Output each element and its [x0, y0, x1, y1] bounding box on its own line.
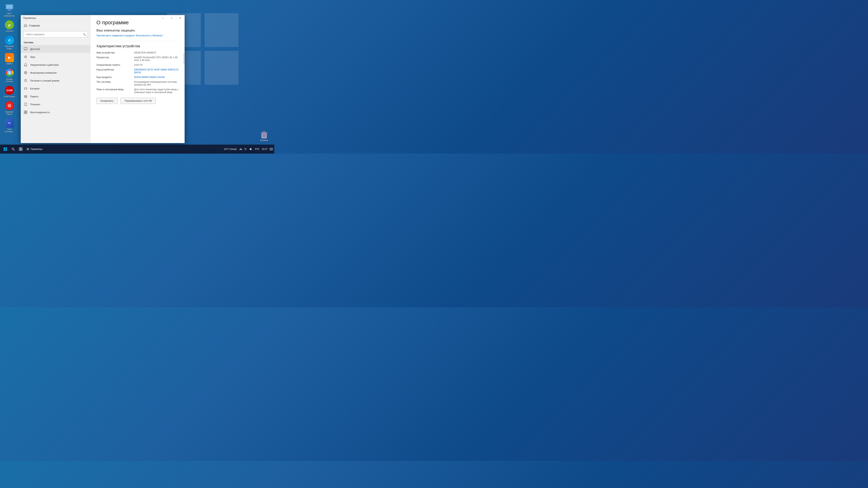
network-icon[interactable]	[239, 148, 242, 151]
taskbar-gear-icon	[26, 148, 29, 151]
svg-rect-45	[5, 149, 7, 151]
power-icon	[24, 79, 28, 83]
svg-rect-38	[24, 111, 25, 112]
svg-rect-1	[205, 13, 239, 47]
spec-key: Имя устройства	[96, 51, 134, 54]
taskbar-search-icon	[11, 148, 15, 151]
svg-point-12	[9, 72, 10, 74]
recycle-bin-label: Корзина	[260, 139, 268, 141]
taskbar-settings-item[interactable]: Параметры	[25, 147, 44, 151]
scroll-indicator[interactable]	[183, 53, 184, 64]
settings-window: Параметры Главная 🔍 Система Дисплей Звук	[21, 15, 185, 143]
svg-marker-22	[25, 56, 26, 58]
recycle-bin-icon	[259, 130, 269, 139]
nav-item-tablet[interactable]: Планшет	[21, 100, 90, 108]
security-link[interactable]: Просмотреть сведения в разделе "Безопасн…	[96, 34, 179, 37]
desktop-icon-total-commander[interactable]: TC Total Comman...	[2, 118, 17, 134]
desktop-icon-gom[interactable]: GOM GOM Player	[2, 85, 17, 99]
svg-rect-6	[8, 10, 11, 10]
spec-key: Код продукта	[96, 76, 134, 78]
edge-icon: e	[5, 36, 14, 44]
spec-key: Перо и сенсорный ввод	[96, 88, 134, 94]
desktop-icon-utorrent[interactable]: μ uTorrent	[2, 20, 17, 33]
svg-rect-41	[26, 112, 27, 114]
svg-point-52	[27, 149, 28, 150]
edge-label: Microsoft Edge	[3, 45, 16, 50]
recycle-bin[interactable]: Корзина	[259, 130, 269, 141]
taskbar-search-button[interactable]	[10, 145, 17, 153]
svg-rect-42	[4, 148, 5, 149]
device-specs-title: Характеристики устройства	[96, 44, 179, 48]
svg-rect-44	[4, 149, 5, 151]
spec-key: Оперативная память	[96, 63, 134, 66]
task-view-button[interactable]	[17, 145, 24, 153]
nav-power-label: Питание и спящий режим	[30, 79, 59, 82]
svg-marker-53	[250, 148, 251, 150]
nav-focus-label: Фокусировка внимания	[30, 71, 57, 74]
volume-icon[interactable]	[249, 148, 252, 151]
nav-item-multitasking[interactable]: Многозадачность	[21, 108, 90, 116]
nav-item-focus[interactable]: Фокусировка внимания	[21, 69, 90, 77]
notifications-icon	[24, 63, 28, 67]
memory-icon	[24, 95, 28, 98]
nav-item-battery[interactable]: Батарея	[21, 85, 90, 92]
desktop-icons: Этот компьютер μ uTorrent e Microsoft Ed…	[2, 2, 17, 134]
nav-item-display[interactable]: Дисплей	[21, 45, 90, 53]
desktop-icon-opera[interactable]: O Браузер Opera	[2, 100, 17, 116]
svg-rect-39	[26, 111, 27, 112]
nav-item-memory[interactable]: Память	[21, 92, 90, 100]
desktop-icon-this-pc[interactable]: Этот компьютер	[2, 2, 17, 18]
utorrent-label: uTorrent	[6, 30, 13, 32]
close-button[interactable]: ✕	[176, 15, 185, 21]
spec-value: D8D95EE5-3E7E-4D0F-86BD-EB6CE70B9191	[134, 68, 179, 74]
chrome-icon	[5, 68, 14, 77]
gom-label: GOM Player	[4, 95, 15, 98]
weather-info: 10°C Cloudy	[224, 148, 237, 151]
window-title: Параметры	[21, 15, 90, 21]
search-input[interactable]	[23, 31, 88, 37]
system-section-label: Система	[21, 39, 90, 45]
svg-rect-28	[27, 88, 27, 89]
svg-rect-3	[205, 51, 239, 85]
minimize-button[interactable]: –	[159, 15, 167, 21]
desktop-icon-chrome[interactable]: Google Chrome	[2, 67, 17, 84]
multitasking-icon	[24, 110, 28, 114]
nav-item-power[interactable]: Питание и спящий режим	[21, 77, 90, 85]
notification-center-icon[interactable]	[270, 148, 273, 151]
svg-point-24	[25, 72, 26, 73]
svg-rect-5	[6, 5, 12, 9]
protection-status: Ваш компьютер защищён.	[96, 29, 179, 32]
svg-rect-19	[24, 47, 27, 50]
svg-rect-43	[5, 148, 7, 149]
nav-home-label: Главная	[29, 24, 40, 27]
spec-row: Код продукта 00330-80000-00000-AA0S8	[96, 76, 179, 78]
svg-rect-50	[19, 149, 21, 151]
search-box: 🔍	[23, 31, 88, 37]
svg-point-37	[25, 105, 26, 105]
spec-row: Процессор Intel(R) Pentium(R) CPU 3825U …	[96, 56, 179, 62]
nav-item-notifications[interactable]: Уведомления и действия	[21, 61, 90, 69]
nav-item-sound[interactable]: Звук	[21, 53, 90, 61]
maximize-button[interactable]: □	[167, 15, 176, 21]
spec-key: Код устройства	[96, 68, 134, 74]
desktop-icon-aimp3[interactable]: ▶ AIMP3	[2, 52, 17, 66]
language-indicator[interactable]: РУС	[255, 148, 259, 151]
nav-home-button[interactable]: Главная	[21, 21, 90, 30]
this-pc-icon	[5, 3, 14, 12]
svg-rect-27	[24, 88, 27, 89]
device-specs-table: Имя устройства DESKTOP-83N9IVT Процессор…	[96, 51, 179, 94]
copy-button[interactable]: Копировать	[96, 98, 118, 104]
spec-row: Код устройства D8D95EE5-3E7E-4D0F-86BD-E…	[96, 68, 179, 74]
aimp3-icon: ▶	[5, 53, 14, 62]
taskbar: Параметры 10°C Cloudy РУС 20:47	[0, 144, 274, 154]
taskbar-clock[interactable]: 20:47	[262, 148, 268, 151]
focus-icon	[24, 71, 28, 74]
start-button[interactable]	[1, 145, 9, 153]
spec-row: Перо и сенсорный ввод Для этого монитора…	[96, 88, 179, 94]
clock-time: 20:47	[262, 148, 268, 151]
wifi-icon[interactable]	[244, 148, 247, 151]
taskbar-settings-label: Параметры	[31, 148, 42, 151]
desktop-icon-edge[interactable]: e Microsoft Edge	[2, 35, 17, 51]
nav-battery-label: Батарея	[30, 87, 39, 90]
rename-button[interactable]: Переименовать этот ПК	[121, 98, 156, 104]
